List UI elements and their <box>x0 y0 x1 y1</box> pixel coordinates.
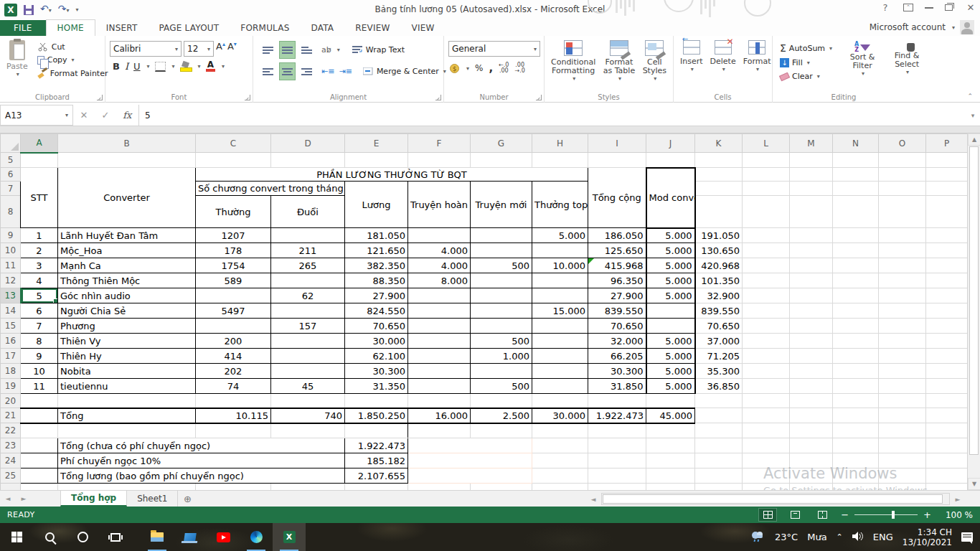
format-as-table-button[interactable]: Format as Table▾ <box>599 39 639 91</box>
zoom-thumb[interactable] <box>892 511 895 519</box>
summary-label-cell[interactable]: Tổng lương (bao gồm phí chuyển ngọc) <box>58 468 345 484</box>
cell[interactable] <box>926 319 968 334</box>
cell[interactable] <box>532 288 588 303</box>
cell[interactable]: 157 <box>271 319 345 334</box>
cell[interactable] <box>790 303 833 319</box>
cell[interactable] <box>743 408 790 423</box>
cell[interactable] <box>21 153 58 168</box>
tab-review[interactable]: REVIEW <box>344 20 400 36</box>
cell[interactable] <box>345 423 408 438</box>
cell[interactable] <box>833 423 879 438</box>
weather-label[interactable]: Mưa <box>807 532 826 542</box>
cell[interactable] <box>271 364 345 379</box>
cell[interactable] <box>695 394 743 408</box>
confirm-entry-icon[interactable]: ✓ <box>101 110 109 121</box>
align-left-button[interactable] <box>260 63 275 80</box>
cell[interactable] <box>532 394 588 408</box>
conditional-formatting-button[interactable]: Conditional Formatting▾ <box>547 39 599 91</box>
cell[interactable] <box>879 153 926 168</box>
cell[interactable]: 1754 <box>196 258 271 273</box>
cell[interactable]: 31.850 <box>588 379 646 394</box>
cell[interactable] <box>21 408 58 423</box>
cell[interactable]: 35.300 <box>695 364 743 379</box>
cell[interactable] <box>695 196 743 228</box>
header-cell-top-cv[interactable]: Thưởng top CV <box>532 182 588 228</box>
file-explorer-button[interactable] <box>141 523 174 551</box>
cell[interactable] <box>833 484 879 491</box>
italic-button[interactable]: I <box>125 61 128 72</box>
row-header[interactable]: 9 <box>1 228 21 243</box>
fill-color-icon[interactable] <box>180 62 192 72</box>
tab-view[interactable]: VIEW <box>401 20 446 36</box>
name-box[interactable]: A13▾ <box>0 105 73 126</box>
cell[interactable] <box>471 303 532 319</box>
cell[interactable]: 4.000 <box>408 258 471 273</box>
cell[interactable] <box>833 243 879 258</box>
row-header[interactable] <box>1 484 21 491</box>
cell[interactable]: 88.350 <box>345 273 408 288</box>
cell[interactable] <box>588 453 646 468</box>
scroll-up-icon[interactable]: ▲ <box>968 133 980 146</box>
cell[interactable] <box>833 273 879 288</box>
cell[interactable] <box>926 394 968 408</box>
column-header-D[interactable]: D <box>271 134 345 153</box>
tab-insert[interactable]: INSERT <box>95 20 149 36</box>
cell[interactable]: 211 <box>271 243 345 258</box>
cell[interactable] <box>926 228 968 243</box>
cell[interactable]: 5.000 <box>646 379 695 394</box>
cell[interactable]: 839.550 <box>588 303 646 319</box>
cell[interactable] <box>271 153 345 168</box>
cell[interactable] <box>743 288 790 303</box>
cell[interactable] <box>926 468 968 484</box>
cell[interactable] <box>790 258 833 273</box>
decrease-indent-icon[interactable]: ⇤≡ <box>321 67 334 76</box>
collapse-ribbon-icon[interactable]: ⌃ <box>967 93 973 100</box>
cell[interactable] <box>743 303 790 319</box>
cell[interactable] <box>879 408 926 423</box>
device-app-button[interactable] <box>174 523 207 551</box>
scroll-left-icon[interactable]: ◄ <box>585 496 601 503</box>
cell[interactable] <box>879 303 926 319</box>
cell[interactable] <box>408 288 471 303</box>
align-bottom-button[interactable] <box>299 42 314 58</box>
cell[interactable] <box>879 288 926 303</box>
cell[interactable]: 181.050 <box>345 228 408 243</box>
cell[interactable] <box>646 468 695 484</box>
normal-view-button[interactable] <box>759 509 776 521</box>
clipboard-dialog-launcher-icon[interactable] <box>97 95 103 100</box>
cell[interactable] <box>695 453 743 468</box>
column-header-N[interactable]: N <box>833 134 879 153</box>
cell[interactable]: 32.000 <box>588 334 646 349</box>
totals-cell[interactable]: 1.922.473 <box>588 408 646 423</box>
cell[interactable] <box>833 379 879 394</box>
cell[interactable] <box>196 153 271 168</box>
cell[interactable] <box>833 394 879 408</box>
select-all-corner[interactable] <box>1 134 21 153</box>
cell[interactable] <box>879 438 926 453</box>
cell[interactable]: 415.968 <box>588 258 646 273</box>
orientation-icon[interactable]: ab̷ <box>321 45 331 55</box>
row-header[interactable]: 19 <box>1 379 21 394</box>
cell[interactable] <box>743 334 790 349</box>
cell[interactable] <box>833 364 879 379</box>
cell[interactable]: 62 <box>271 288 345 303</box>
cell[interactable] <box>588 153 646 168</box>
cell[interactable] <box>471 153 532 168</box>
cell[interactable] <box>926 379 968 394</box>
cell[interactable] <box>532 364 588 379</box>
row-header[interactable]: 6 <box>1 168 21 182</box>
header-cell-tong-cong[interactable]: Tổng cộng <box>588 168 646 228</box>
decrease-decimal-icon[interactable]: .00→.0 <box>514 62 524 74</box>
cell[interactable] <box>271 273 345 288</box>
cell[interactable]: Phương <box>58 319 196 334</box>
cell[interactable] <box>408 228 471 243</box>
cell[interactable] <box>833 349 879 364</box>
cell[interactable]: Lãnh Huyết Đan Tâm <box>58 228 196 243</box>
cell[interactable] <box>408 364 471 379</box>
cell[interactable]: 1207 <box>196 228 271 243</box>
cell[interactable] <box>408 438 532 453</box>
cell[interactable] <box>790 319 833 334</box>
summary-value-cell[interactable]: 185.182 <box>345 453 408 468</box>
totals-cell[interactable]: 740 <box>271 408 345 423</box>
tab-data[interactable]: DATA <box>301 20 345 36</box>
